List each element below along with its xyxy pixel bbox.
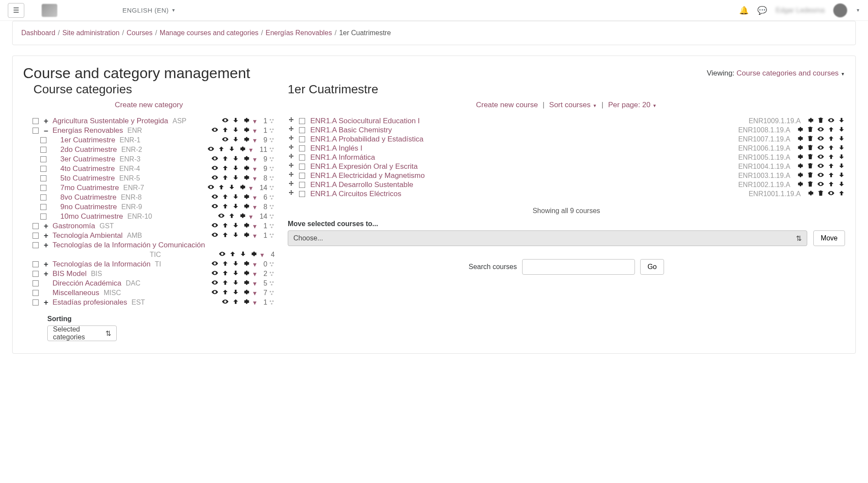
checkbox[interactable]	[40, 214, 46, 220]
gear-icon[interactable]	[243, 260, 250, 269]
move-handle-icon[interactable]	[288, 135, 295, 144]
down-icon[interactable]	[232, 260, 239, 269]
move-handle-icon[interactable]	[288, 126, 295, 135]
menu-icon[interactable]: ▾	[253, 222, 256, 230]
gear-icon[interactable]	[796, 135, 803, 144]
menu-icon[interactable]: ▾	[253, 194, 256, 202]
category-name[interactable]: Gastronomía	[53, 222, 95, 230]
gear-icon[interactable]	[243, 279, 250, 288]
menu-icon[interactable]: ▾	[253, 270, 256, 278]
eye-icon[interactable]	[211, 289, 218, 297]
down-icon[interactable]	[838, 162, 845, 171]
category-name[interactable]: 1er Cuatrimestre	[60, 136, 115, 145]
checkbox[interactable]	[299, 145, 305, 151]
expand-icon[interactable]: +	[42, 241, 50, 250]
eye-icon[interactable]	[211, 203, 218, 211]
breadcrumb-item[interactable]: Manage courses and categories	[160, 29, 259, 36]
course-name[interactable]: ENR1.A Circuitos Eléctricos	[310, 190, 401, 198]
trash-icon[interactable]	[817, 190, 824, 198]
gear-icon[interactable]	[243, 231, 250, 240]
checkbox[interactable]	[299, 127, 305, 133]
checkbox[interactable]	[299, 154, 305, 161]
checkbox[interactable]	[299, 182, 305, 188]
gear-icon[interactable]	[243, 203, 250, 211]
course-name[interactable]: ENR1.A Basic Chemistry	[310, 126, 392, 135]
down-icon[interactable]	[232, 289, 239, 297]
eye-icon[interactable]	[817, 144, 824, 153]
trash-icon[interactable]	[817, 117, 824, 125]
checkbox[interactable]	[40, 204, 46, 210]
eye-icon[interactable]	[222, 136, 229, 145]
eye-icon[interactable]	[219, 250, 226, 259]
checkbox[interactable]	[33, 118, 39, 124]
gear-icon[interactable]	[243, 136, 250, 145]
breadcrumb-item[interactable]: 1er Cuatrimestre	[339, 29, 391, 36]
up-icon[interactable]	[828, 171, 835, 180]
eye-icon[interactable]	[211, 260, 218, 269]
course-name[interactable]: ENR1.A Expresión Oral y Escrita	[310, 162, 418, 171]
course-name[interactable]: ENR1.A Electricidad y Magnetismo	[310, 171, 425, 180]
checkbox[interactable]	[33, 271, 39, 277]
gear-icon[interactable]	[243, 126, 250, 135]
menu-icon[interactable]: ▾	[260, 251, 264, 259]
menu-icon[interactable]: ▾	[253, 289, 256, 297]
eye-icon[interactable]	[817, 171, 824, 180]
category-name[interactable]: Agricultura Sustentable y Protegida	[53, 117, 168, 125]
checkbox[interactable]	[33, 128, 39, 134]
menu-icon[interactable]: ▾	[249, 213, 253, 221]
eye-icon[interactable]	[211, 231, 218, 240]
up-icon[interactable]	[222, 260, 229, 269]
gear-icon[interactable]	[243, 155, 250, 164]
menu-icon[interactable]: ▾	[253, 174, 256, 183]
up-icon[interactable]	[222, 269, 229, 278]
trash-icon[interactable]	[807, 144, 814, 153]
category-name[interactable]: 10mo Cuatrimestre	[60, 212, 123, 221]
gear-icon[interactable]	[796, 181, 803, 189]
move-handle-icon[interactable]	[288, 190, 295, 198]
create-category-link[interactable]: Create new category	[115, 101, 183, 109]
up-icon[interactable]	[828, 135, 835, 144]
sort-courses-link[interactable]: Sort courses ▼	[549, 101, 597, 109]
move-select[interactable]: Choose... ⇅	[288, 230, 807, 246]
up-icon[interactable]	[218, 145, 225, 154]
gear-icon[interactable]	[243, 289, 250, 297]
viewing-value[interactable]: Course categories and courses	[736, 69, 838, 77]
up-icon[interactable]	[222, 164, 229, 173]
eye-icon[interactable]	[222, 298, 229, 307]
eye-icon[interactable]	[211, 155, 218, 164]
menu-icon[interactable]: ▾	[253, 136, 256, 145]
breadcrumb-item[interactable]: Site administration	[62, 29, 120, 36]
category-name[interactable]: 9no Cuatrimestre	[60, 203, 117, 211]
expand-icon[interactable]: +	[42, 231, 50, 240]
checkbox[interactable]	[40, 185, 46, 191]
checkbox[interactable]	[33, 299, 39, 306]
course-name[interactable]: ENR1.A Informática	[310, 153, 375, 162]
menu-icon[interactable]: ▾	[249, 184, 253, 192]
gear-icon[interactable]	[796, 162, 803, 171]
up-icon[interactable]	[222, 289, 229, 297]
checkbox[interactable]	[40, 156, 46, 162]
up-icon[interactable]	[222, 203, 229, 211]
up-icon[interactable]	[828, 144, 835, 153]
gear-icon[interactable]	[807, 117, 814, 125]
down-icon[interactable]	[838, 153, 845, 162]
checkbox[interactable]	[33, 261, 39, 267]
gear-icon[interactable]	[239, 145, 246, 154]
gear-icon[interactable]	[243, 164, 250, 173]
down-icon[interactable]	[232, 269, 239, 278]
down-icon[interactable]	[228, 184, 235, 192]
category-name[interactable]: Dirección Académica	[53, 279, 122, 288]
down-icon[interactable]	[232, 136, 239, 145]
gear-icon[interactable]	[239, 184, 246, 192]
collapse-icon[interactable]: –	[42, 126, 50, 135]
course-name[interactable]: ENR1.A Inglés I	[310, 144, 362, 153]
menu-icon[interactable]: ▾	[253, 203, 256, 211]
breadcrumb-item[interactable]: Energías Renovables	[266, 29, 332, 36]
checkbox[interactable]	[40, 175, 46, 181]
menu-icon[interactable]: ▾	[253, 279, 256, 288]
breadcrumb-item[interactable]: Courses	[127, 29, 153, 36]
checkbox[interactable]	[299, 173, 305, 179]
checkbox[interactable]	[33, 290, 39, 296]
trash-icon[interactable]	[807, 181, 814, 189]
gear-icon[interactable]	[796, 171, 803, 180]
